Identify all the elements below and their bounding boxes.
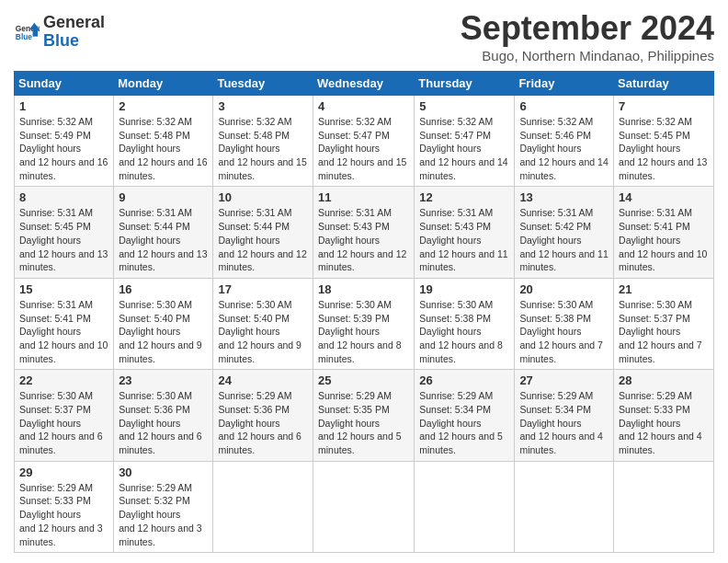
day-number: 20	[519, 282, 609, 296]
header-thursday: Thursday	[415, 72, 515, 96]
calendar-cell: 17 Sunrise: 5:30 AM Sunset: 5:40 PM Dayl…	[213, 278, 313, 369]
day-info: Sunrise: 5:30 AM Sunset: 5:39 PM Dayligh…	[318, 298, 409, 365]
day-number: 13	[519, 190, 609, 204]
day-number: 11	[318, 190, 409, 204]
day-info: Sunrise: 5:29 AM Sunset: 5:35 PM Dayligh…	[318, 389, 409, 456]
day-number: 3	[218, 99, 308, 113]
day-info: Sunrise: 5:29 AM Sunset: 5:33 PM Dayligh…	[19, 481, 108, 548]
day-number: 1	[19, 99, 108, 113]
day-info: Sunrise: 5:29 AM Sunset: 5:34 PM Dayligh…	[419, 389, 509, 456]
calendar-cell: 14 Sunrise: 5:31 AM Sunset: 5:41 PM Dayl…	[614, 187, 714, 278]
day-info: Sunrise: 5:30 AM Sunset: 5:38 PM Dayligh…	[519, 298, 609, 365]
day-number: 19	[419, 282, 509, 296]
day-info: Sunrise: 5:31 AM Sunset: 5:43 PM Dayligh…	[419, 206, 509, 273]
calendar-cell: 10 Sunrise: 5:31 AM Sunset: 5:44 PM Dayl…	[213, 187, 313, 278]
calendar-cell: 2 Sunrise: 5:32 AM Sunset: 5:48 PM Dayli…	[114, 96, 213, 187]
calendar-cell: 25 Sunrise: 5:29 AM Sunset: 5:35 PM Dayl…	[313, 370, 415, 461]
day-info: Sunrise: 5:32 AM Sunset: 5:48 PM Dayligh…	[119, 115, 208, 182]
day-number: 27	[519, 373, 609, 387]
days-header-row: Sunday Monday Tuesday Wednesday Thursday…	[15, 72, 714, 96]
day-number: 25	[318, 373, 409, 387]
day-info: Sunrise: 5:30 AM Sunset: 5:37 PM Dayligh…	[19, 389, 108, 456]
calendar-cell: 24 Sunrise: 5:29 AM Sunset: 5:36 PM Dayl…	[213, 370, 313, 461]
day-info: Sunrise: 5:31 AM Sunset: 5:44 PM Dayligh…	[119, 206, 208, 273]
day-info: Sunrise: 5:29 AM Sunset: 5:33 PM Dayligh…	[619, 389, 709, 456]
calendar-cell	[515, 461, 614, 552]
day-info: Sunrise: 5:32 AM Sunset: 5:47 PM Dayligh…	[318, 115, 409, 182]
day-number: 10	[218, 190, 308, 204]
calendar-cell: 18 Sunrise: 5:30 AM Sunset: 5:39 PM Dayl…	[313, 278, 415, 369]
calendar-cell: 4 Sunrise: 5:32 AM Sunset: 5:47 PM Dayli…	[313, 96, 415, 187]
day-number: 29	[19, 465, 108, 479]
calendar-cell: 29 Sunrise: 5:29 AM Sunset: 5:33 PM Dayl…	[15, 461, 114, 552]
calendar: Sunday Monday Tuesday Wednesday Thursday…	[14, 71, 714, 553]
calendar-cell: 9 Sunrise: 5:31 AM Sunset: 5:44 PM Dayli…	[114, 187, 213, 278]
day-number: 6	[519, 99, 609, 113]
day-number: 9	[119, 190, 208, 204]
logo: General Blue General Blue	[14, 14, 105, 51]
logo-icon: General Blue	[14, 19, 40, 45]
week-row-2: 8 Sunrise: 5:31 AM Sunset: 5:45 PM Dayli…	[15, 187, 714, 278]
day-info: Sunrise: 5:32 AM Sunset: 5:45 PM Dayligh…	[619, 115, 709, 182]
calendar-cell: 15 Sunrise: 5:31 AM Sunset: 5:41 PM Dayl…	[15, 278, 114, 369]
day-info: Sunrise: 5:29 AM Sunset: 5:36 PM Dayligh…	[218, 389, 308, 456]
calendar-cell: 27 Sunrise: 5:29 AM Sunset: 5:34 PM Dayl…	[515, 370, 614, 461]
day-number: 5	[419, 99, 509, 113]
calendar-cell: 5 Sunrise: 5:32 AM Sunset: 5:47 PM Dayli…	[415, 96, 515, 187]
day-number: 2	[119, 99, 208, 113]
svg-text:Blue: Blue	[16, 32, 32, 41]
day-info: Sunrise: 5:30 AM Sunset: 5:40 PM Dayligh…	[218, 298, 308, 365]
day-info: Sunrise: 5:30 AM Sunset: 5:36 PM Dayligh…	[119, 389, 208, 456]
calendar-cell: 22 Sunrise: 5:30 AM Sunset: 5:37 PM Dayl…	[15, 370, 114, 461]
calendar-cell: 20 Sunrise: 5:30 AM Sunset: 5:38 PM Dayl…	[515, 278, 614, 369]
logo-text: General Blue	[43, 14, 105, 51]
day-number: 22	[19, 373, 108, 387]
day-info: Sunrise: 5:32 AM Sunset: 5:49 PM Dayligh…	[19, 115, 108, 182]
calendar-cell: 28 Sunrise: 5:29 AM Sunset: 5:33 PM Dayl…	[614, 370, 714, 461]
week-row-1: 1 Sunrise: 5:32 AM Sunset: 5:49 PM Dayli…	[15, 96, 714, 187]
day-info: Sunrise: 5:31 AM Sunset: 5:43 PM Dayligh…	[318, 206, 409, 273]
calendar-cell: 6 Sunrise: 5:32 AM Sunset: 5:46 PM Dayli…	[515, 96, 614, 187]
day-number: 17	[218, 282, 308, 296]
day-number: 24	[218, 373, 308, 387]
day-info: Sunrise: 5:32 AM Sunset: 5:48 PM Dayligh…	[218, 115, 308, 182]
calendar-cell: 12 Sunrise: 5:31 AM Sunset: 5:43 PM Dayl…	[415, 187, 515, 278]
day-info: Sunrise: 5:30 AM Sunset: 5:37 PM Dayligh…	[619, 298, 709, 365]
header: General Blue General Blue September 2024…	[14, 9, 714, 63]
month-title: September 2024	[461, 9, 714, 48]
day-number: 15	[19, 282, 108, 296]
day-number: 21	[619, 282, 709, 296]
day-info: Sunrise: 5:32 AM Sunset: 5:47 PM Dayligh…	[419, 115, 509, 182]
day-number: 8	[19, 190, 108, 204]
day-info: Sunrise: 5:29 AM Sunset: 5:32 PM Dayligh…	[119, 481, 208, 548]
day-info: Sunrise: 5:31 AM Sunset: 5:41 PM Dayligh…	[619, 206, 709, 273]
calendar-cell: 16 Sunrise: 5:30 AM Sunset: 5:40 PM Dayl…	[114, 278, 213, 369]
day-number: 18	[318, 282, 409, 296]
day-number: 4	[318, 99, 409, 113]
day-info: Sunrise: 5:30 AM Sunset: 5:38 PM Dayligh…	[419, 298, 509, 365]
day-number: 23	[119, 373, 208, 387]
calendar-cell: 19 Sunrise: 5:30 AM Sunset: 5:38 PM Dayl…	[415, 278, 515, 369]
calendar-cell	[415, 461, 515, 552]
calendar-cell: 23 Sunrise: 5:30 AM Sunset: 5:36 PM Dayl…	[114, 370, 213, 461]
header-saturday: Saturday	[614, 72, 714, 96]
calendar-cell: 21 Sunrise: 5:30 AM Sunset: 5:37 PM Dayl…	[614, 278, 714, 369]
week-row-4: 22 Sunrise: 5:30 AM Sunset: 5:37 PM Dayl…	[15, 370, 714, 461]
header-wednesday: Wednesday	[313, 72, 415, 96]
calendar-cell: 30 Sunrise: 5:29 AM Sunset: 5:32 PM Dayl…	[114, 461, 213, 552]
calendar-cell	[614, 461, 714, 552]
calendar-cell: 13 Sunrise: 5:31 AM Sunset: 5:42 PM Dayl…	[515, 187, 614, 278]
day-info: Sunrise: 5:31 AM Sunset: 5:45 PM Dayligh…	[19, 206, 108, 273]
day-info: Sunrise: 5:31 AM Sunset: 5:41 PM Dayligh…	[19, 298, 108, 365]
calendar-cell: 1 Sunrise: 5:32 AM Sunset: 5:49 PM Dayli…	[15, 96, 114, 187]
day-number: 14	[619, 190, 709, 204]
calendar-cell	[213, 461, 313, 552]
day-number: 7	[619, 99, 709, 113]
calendar-cell	[313, 461, 415, 552]
location-title: Bugo, Northern Mindanao, Philippines	[461, 48, 714, 63]
header-friday: Friday	[515, 72, 614, 96]
header-monday: Monday	[114, 72, 213, 96]
day-info: Sunrise: 5:30 AM Sunset: 5:40 PM Dayligh…	[119, 298, 208, 365]
day-number: 26	[419, 373, 509, 387]
day-info: Sunrise: 5:32 AM Sunset: 5:46 PM Dayligh…	[519, 115, 609, 182]
